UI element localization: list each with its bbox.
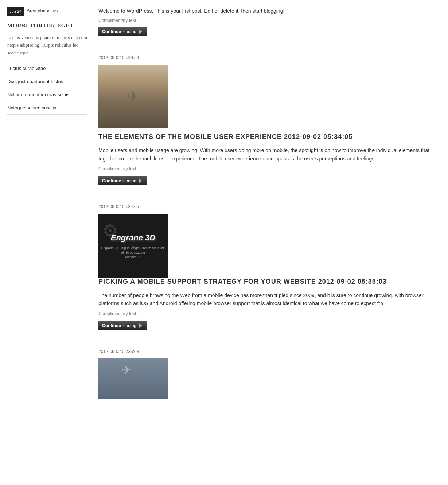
- mobile-strategy-title: PICKING A MOBILE SUPPORT STRATEGY FOR YO…: [98, 278, 441, 286]
- mobile-ux-thumbnail: [98, 65, 168, 128]
- mobile-strategy-continue-btn[interactable]: Continue reading: [98, 321, 147, 330]
- sidebar-nav-item-1[interactable]: Luctus curae vitae: [7, 62, 87, 75]
- mobile-ux-body: Mobile users and mobile usage are growin…: [98, 146, 441, 163]
- fourth-post-timestamp: 2012-09-02 05:35:03: [98, 348, 441, 355]
- sidebar-nav-item-4[interactable]: Natoque sapien suscipit: [7, 101, 87, 115]
- sidebar-nav-list: Luctus curae vitae Duis justo parturient…: [7, 62, 87, 115]
- continue-light-1: reading: [122, 29, 136, 34]
- sidebar-nav-link-3[interactable]: Nullam fermentum cras sociis: [7, 92, 70, 97]
- mobile-strategy-complimentary: Complimentary text.: [98, 310, 441, 317]
- date-badge: Jun 24: [7, 7, 24, 16]
- sidebar-nav-link-4[interactable]: Natoque sapien suscipit: [7, 105, 58, 110]
- sidebar: Jun 24 Arcu phasellus MORBI TORTOR EGET …: [0, 4, 95, 413]
- first-post-complimentary: Complimentary text.: [98, 17, 441, 24]
- sidebar-nav-link-2[interactable]: Duis justo parturient lectus: [7, 79, 63, 84]
- continue-bold-3: Continue: [102, 323, 121, 328]
- mobile-ux-complimentary: Complimentary text.: [98, 166, 441, 172]
- first-post-continue-btn[interactable]: Continue reading: [98, 27, 147, 36]
- gear-icon: ⚙: [102, 217, 118, 245]
- continue-bold-1: Continue: [102, 29, 121, 34]
- fourth-post: 2012-09-02 05:35:03: [98, 348, 441, 399]
- mobile-ux-title: THE ELEMENTS OF THE MOBILE USER EXPERIEN…: [98, 133, 441, 141]
- first-post: Welcome to WordPress. This is your first…: [98, 7, 441, 43]
- mobile-ux-timestamp: 2012-09-02 05:29:59: [98, 54, 441, 61]
- airplane-image: [98, 65, 168, 128]
- mobile-ux-continue-btn[interactable]: Continue reading: [98, 176, 147, 185]
- sidebar-nav-item-2[interactable]: Duis justo parturient lectus: [7, 75, 87, 88]
- page-wrapper: Jun 24 Arcu phasellus MORBI TORTOR EGET …: [0, 0, 448, 417]
- sidebar-heading: MORBI TORTOR EGET: [7, 22, 87, 30]
- sidebar-nav-item-3[interactable]: Nullam fermentum cras sociis: [7, 88, 87, 101]
- continue-bold-2: Continue: [102, 178, 121, 183]
- continue-light-3: reading: [122, 323, 136, 328]
- mobile-ux-post: 2012-09-02 05:29:59 THE ELEMENTS OF THE …: [98, 54, 441, 193]
- main-content: Welcome to WordPress. This is your first…: [95, 4, 448, 413]
- fourth-post-thumbnail: [98, 358, 168, 399]
- engrane-thumbnail: ⚙ Engrane 3D Engrane3D · Miguel Ángel Gó…: [98, 214, 168, 278]
- mobile-strategy-post: 2012-09-02 05:34:05 ⚙ Engrane 3D Engrane…: [98, 203, 441, 337]
- mobile-strategy-body: The number of people browsing the Web fr…: [98, 291, 441, 308]
- sidebar-nav-link-1[interactable]: Luctus curae vitae: [7, 66, 46, 71]
- mobile-strategy-timestamp: 2012-09-02 05:34:05: [98, 203, 441, 210]
- engrane-sub-text: Engrane3D · Miguel Ángel Gómez Marquet.e…: [101, 246, 165, 260]
- sidebar-date-block: Jun 24 Arcu phasellus: [7, 7, 87, 16]
- continue-light-2: reading: [122, 178, 136, 183]
- first-post-text: Welcome to WordPress. This is your first…: [98, 7, 441, 15]
- sidebar-description: Lectus venenatis pharetra mauris nisl cu…: [7, 34, 87, 57]
- sidebar-link[interactable]: Arcu phasellus: [27, 7, 58, 15]
